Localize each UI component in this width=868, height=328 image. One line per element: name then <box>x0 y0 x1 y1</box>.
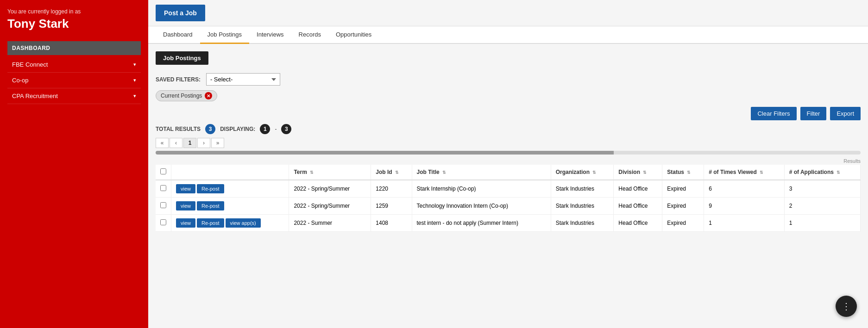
th-job-id[interactable]: Job Id ⇅ <box>371 165 412 180</box>
view-button[interactable]: view <box>176 201 195 210</box>
td-applications: 2 <box>784 198 860 215</box>
td-job-id: 1408 <box>371 215 412 232</box>
fab-icon: ⋮ <box>842 301 851 312</box>
page-1-button[interactable]: 1 <box>183 138 196 148</box>
saved-filters-select[interactable]: - Select- <box>206 73 280 86</box>
table-row: viewRe-postview app(s)2022 - Summer1408t… <box>156 215 861 232</box>
fab-button[interactable]: ⋮ <box>836 296 857 317</box>
td-job-title: Technology Innovation Intern (Co-op) <box>412 198 551 215</box>
logged-in-label: You are currently logged in as <box>7 8 141 15</box>
page-first-button[interactable]: « <box>156 138 169 148</box>
sidebar-item-fbe-connect[interactable]: FBE Connect ▾ <box>7 57 141 73</box>
th-division[interactable]: Division ⇅ <box>614 165 662 180</box>
post-job-button[interactable]: Post a Job <box>156 5 205 21</box>
td-applications: 1 <box>784 215 860 232</box>
td-organization: Stark Industries <box>551 180 614 198</box>
repost-button[interactable]: Re-post <box>197 184 224 193</box>
td-times-viewed: 6 <box>704 180 784 198</box>
td-job-id: 1259 <box>371 198 412 215</box>
table-row: viewRe-post2022 - Spring/Summer1220Stark… <box>156 180 861 198</box>
results-info: TOTAL RESULTS 3 DISPLAYING: 1 - 3 <box>156 124 861 134</box>
total-results-label: TOTAL RESULTS <box>156 126 201 132</box>
row-checkbox[interactable] <box>160 219 166 225</box>
page-last-button[interactable]: » <box>211 138 224 148</box>
th-actions <box>171 165 289 180</box>
main-content: Post a Job Dashboard Job Postings Interv… <box>148 0 868 328</box>
sort-icon: ⇅ <box>442 170 446 175</box>
sidebar-username: Tony Stark <box>7 17 141 31</box>
repost-button[interactable]: Re-post <box>197 218 224 228</box>
th-checkbox <box>156 165 171 180</box>
td-division: Head Office <box>614 215 662 232</box>
sort-icon: ⇅ <box>310 170 314 175</box>
table-body: viewRe-post2022 - Spring/Summer1220Stark… <box>156 180 861 232</box>
sidebar-item-label: Co-op <box>12 77 28 84</box>
td-times-viewed: 9 <box>704 198 784 215</box>
td-division: Head Office <box>614 180 662 198</box>
th-term[interactable]: Term ⇅ <box>289 165 371 180</box>
td-job-title: test intern - do not apply (Summer Inter… <box>412 215 551 232</box>
sidebar-item-label: CPA Recruitment <box>12 93 58 99</box>
td-division: Head Office <box>614 198 662 215</box>
tab-interviews[interactable]: Interviews <box>249 26 291 44</box>
scroll-indicator <box>156 151 861 155</box>
tab-records[interactable]: Records <box>291 26 328 44</box>
actions-row: Clear Filters Filter Export <box>156 107 861 120</box>
view-app-button[interactable]: view app(s) <box>226 218 261 228</box>
total-results-badge: 3 <box>205 124 215 134</box>
table-header-row: Term ⇅ Job Id ⇅ Job Title ⇅ Organization… <box>156 165 861 180</box>
saved-filters-label: SAVED FILTERS: <box>156 76 201 83</box>
row-checkbox[interactable] <box>160 202 166 208</box>
th-status[interactable]: Status ⇅ <box>662 165 704 180</box>
th-applications[interactable]: # of Applications ⇅ <box>784 165 860 180</box>
view-button[interactable]: view <box>176 218 195 228</box>
th-job-title[interactable]: Job Title ⇅ <box>412 165 551 180</box>
sidebar-item-label: FBE Connect <box>12 61 48 68</box>
th-times-viewed[interactable]: # of Times Viewed ⇅ <box>704 165 784 180</box>
td-job-id: 1220 <box>371 180 412 198</box>
tab-opportunities[interactable]: Opportunities <box>328 26 379 44</box>
export-button[interactable]: Export <box>830 107 861 120</box>
results-sub-header-row: Results <box>156 158 861 164</box>
select-all-checkbox[interactable] <box>160 168 166 174</box>
page-next-button[interactable]: › <box>197 138 210 148</box>
sort-icon: ⇅ <box>760 170 763 175</box>
dashboard-label: DASHBOARD <box>7 41 141 55</box>
view-button[interactable]: view <box>176 184 195 193</box>
td-organization: Stark Industries <box>551 198 614 215</box>
row-checkbox[interactable] <box>160 185 166 191</box>
filter-button[interactable]: Filter <box>800 107 827 120</box>
data-table: Term ⇅ Job Id ⇅ Job Title ⇅ Organization… <box>156 165 861 232</box>
table-row: viewRe-post2022 - Spring/Summer1259Techn… <box>156 198 861 215</box>
td-term: 2022 - Summer <box>289 215 371 232</box>
filters-row: SAVED FILTERS: - Select- <box>156 73 861 86</box>
sidebar-item-cpa-recruitment[interactable]: CPA Recruitment ▾ <box>7 88 141 104</box>
sort-icon: ⇅ <box>592 170 596 175</box>
sidebar: You are currently logged in as Tony Star… <box>0 0 148 328</box>
pagination: « ‹ 1 › » <box>156 138 861 148</box>
th-organization[interactable]: Organization ⇅ <box>551 165 614 180</box>
page-heading-button[interactable]: Job Postings <box>156 51 208 65</box>
filter-chip-current-postings: Current Postings ✕ <box>156 90 217 101</box>
sidebar-item-coop[interactable]: Co-op ▾ <box>7 73 141 88</box>
page-prev-button[interactable]: ‹ <box>170 138 182 148</box>
repost-button[interactable]: Re-post <box>197 201 224 210</box>
chevron-down-icon: ▾ <box>133 77 136 83</box>
top-bar: Post a Job <box>148 0 868 26</box>
tabs-bar: Dashboard Job Postings Interviews Record… <box>148 26 868 44</box>
td-status: Expired <box>662 198 704 215</box>
td-status: Expired <box>662 215 704 232</box>
tab-job-postings[interactable]: Job Postings <box>200 26 249 44</box>
filter-chip-close-icon[interactable]: ✕ <box>205 92 212 99</box>
td-organization: Stark Industries <box>551 215 614 232</box>
filter-chip-label: Current Postings <box>161 93 202 99</box>
tab-dashboard[interactable]: Dashboard <box>156 26 200 44</box>
content-area: Job Postings SAVED FILTERS: - Select- Cu… <box>148 44 868 328</box>
td-times-viewed: 1 <box>704 215 784 232</box>
sort-icon: ⇅ <box>395 170 399 175</box>
chevron-down-icon: ▾ <box>133 62 136 68</box>
td-status: Expired <box>662 180 704 198</box>
chevron-down-icon: ▾ <box>133 93 136 99</box>
clear-filters-button[interactable]: Clear Filters <box>751 107 796 120</box>
td-term: 2022 - Spring/Summer <box>289 180 371 198</box>
